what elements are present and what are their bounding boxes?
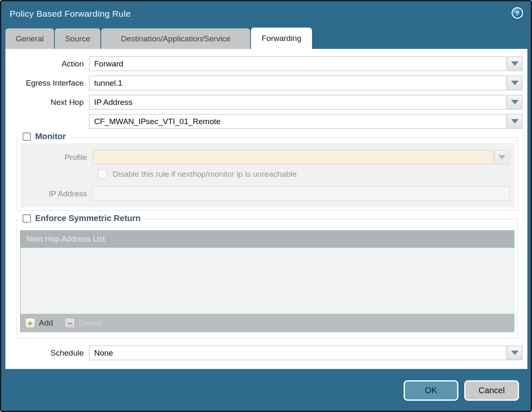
disable-rule-checkbox — [98, 170, 107, 179]
action-dropdown-button[interactable] — [507, 56, 522, 71]
schedule-value[interactable]: None — [89, 346, 506, 360]
chevron-down-icon — [511, 100, 519, 104]
egress-interface-value[interactable]: tunnel.1 — [89, 76, 506, 90]
tab-general-label: General — [15, 34, 44, 43]
tab-source[interactable]: Source — [55, 28, 100, 49]
monitor-legend: Monitor — [19, 132, 69, 141]
monitor-ip-input — [92, 186, 509, 201]
schedule-row: Schedule None — [5, 346, 522, 360]
tab-das-label: Destination/Application/Service — [121, 34, 230, 43]
next-hop-row: Next Hop IP Address — [5, 95, 522, 109]
next-hop-combo: IP Address — [89, 95, 522, 109]
next-hop-label: Next Hop — [5, 98, 89, 107]
tab-general[interactable]: General — [5, 28, 54, 49]
policy-based-forwarding-dialog: Policy Based Forwarding Rule ? General S… — [0, 0, 532, 412]
add-button-label: Add — [39, 318, 53, 328]
next-hop-address-combo: CF_MWAN_IPsec_VTI_01_Remote — [89, 114, 522, 129]
profile-input — [92, 150, 494, 165]
chevron-down-icon — [511, 61, 519, 66]
egress-interface-row: Egress Interface tunnel.1 — [5, 76, 522, 90]
profile-label: Profile — [20, 153, 92, 162]
plus-icon: + — [25, 318, 35, 328]
next-hop-address-list-footer: + Add − Delete — [20, 314, 514, 332]
action-combo: Forward — [89, 56, 522, 71]
dialog-footer: OK Cancel — [404, 380, 519, 401]
egress-interface-label: Egress Interface — [5, 79, 89, 88]
ok-button[interactable]: OK — [404, 380, 458, 401]
tab-forwarding-label: Forwarding — [261, 34, 301, 43]
monitor-legend-label: Monitor — [35, 132, 66, 141]
dialog-title: Policy Based Forwarding Rule — [10, 9, 131, 19]
disable-rule-label: Disable this rule if nexthop/monitor ip … — [113, 170, 297, 179]
monitor-disabled-panel: Profile Disable this rule if nexthop/mon… — [20, 143, 514, 207]
next-hop-address-list-table: Next Hop Address List + Add − Delete — [20, 230, 514, 332]
schedule-combo: None — [89, 346, 522, 360]
forwarding-tab-panel: Action Forward Egress Interface tunnel.1… — [5, 49, 527, 369]
chevron-down-icon — [511, 351, 519, 355]
help-icon[interactable]: ? — [512, 7, 523, 19]
next-hop-address-dropdown-button[interactable] — [507, 114, 522, 129]
schedule-label: Schedule — [5, 348, 89, 358]
tab-forwarding[interactable]: Forwarding — [251, 28, 312, 49]
cancel-button[interactable]: Cancel — [464, 380, 519, 401]
next-hop-address-row: CF_MWAN_IPsec_VTI_01_Remote — [5, 114, 522, 129]
monitor-fieldset: Monitor Profile Disable this rule if nex… — [17, 137, 518, 211]
action-value[interactable]: Forward — [89, 56, 506, 71]
tab-source-label: Source — [65, 34, 90, 43]
monitor-checkbox[interactable] — [23, 132, 31, 141]
enforce-symmetric-return-checkbox[interactable] — [23, 214, 31, 223]
chevron-down-icon — [511, 119, 519, 124]
delete-button: − Delete — [65, 318, 102, 328]
next-hop-dropdown-button[interactable] — [507, 95, 522, 109]
monitor-ip-label: IP Address — [20, 189, 92, 198]
enforce-symmetric-return-label: Enforce Symmetric Return — [35, 214, 141, 223]
profile-dropdown-button — [494, 150, 509, 165]
tab-destination-application-service[interactable]: Destination/Application/Service — [101, 28, 250, 49]
chevron-down-icon — [498, 155, 506, 160]
next-hop-address-list-body — [20, 248, 514, 314]
profile-row: Profile — [20, 150, 509, 165]
egress-interface-combo: tunnel.1 — [89, 76, 522, 90]
next-hop-address-value[interactable]: CF_MWAN_IPsec_VTI_01_Remote — [89, 114, 506, 129]
add-button[interactable]: + Add — [25, 318, 53, 328]
enforce-symmetric-return-legend: Enforce Symmetric Return — [19, 214, 144, 223]
delete-button-label: Delete — [79, 318, 102, 328]
minus-icon: − — [65, 318, 75, 328]
egress-interface-dropdown-button[interactable] — [507, 76, 522, 90]
schedule-dropdown-button[interactable] — [507, 346, 522, 360]
chevron-down-icon — [511, 81, 519, 85]
next-hop-value[interactable]: IP Address — [89, 95, 506, 109]
monitor-ip-row: IP Address — [20, 186, 509, 201]
action-row: Action Forward — [5, 56, 522, 71]
tab-bar: General Source Destination/Application/S… — [5, 28, 312, 49]
action-label: Action — [5, 59, 89, 69]
enforce-symmetric-return-fieldset: Enforce Symmetric Return Next Hop Addres… — [17, 219, 518, 338]
next-hop-address-list-header: Next Hop Address List — [20, 230, 514, 248]
disable-rule-row: Disable this rule if nexthop/monitor ip … — [98, 170, 509, 179]
